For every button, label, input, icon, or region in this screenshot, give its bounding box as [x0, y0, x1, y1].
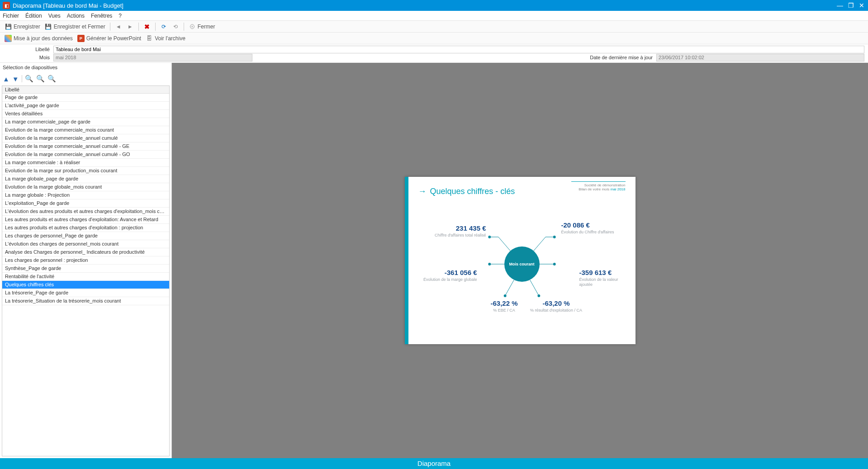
- save-close-button[interactable]: 💾 Enregistrer et Fermer: [43, 22, 107, 31]
- arrow-right-icon: ►: [127, 23, 134, 30]
- slide-row[interactable]: L'activité_page de garde: [2, 102, 169, 110]
- save-close-icon: 💾: [45, 23, 52, 30]
- statusbar-text: Diaporama: [417, 460, 451, 467]
- restore-button[interactable]: ❐: [847, 2, 854, 9]
- save-icon: 💾: [5, 23, 12, 30]
- move-down-button[interactable]: ▼: [12, 75, 19, 83]
- archive-icon: 🗄: [146, 35, 153, 42]
- slide-row[interactable]: Synthèse_Page de garde: [2, 265, 169, 273]
- titlebar: ◧ Diaporama [Tableau de bord Mai - Budge…: [0, 0, 868, 11]
- slide-row[interactable]: La marge globale_page de garde: [2, 175, 169, 183]
- slide-row[interactable]: Evolution de la marge sur production_moi…: [2, 167, 169, 175]
- slide-list[interactable]: Libellé Page de gardeL'activité_page de …: [2, 85, 170, 456]
- slide-subtitle-month: mai 2018: [611, 187, 626, 191]
- minimize-button[interactable]: —: [836, 2, 844, 9]
- slide-row[interactable]: Evolution de la marge globale_mois coura…: [2, 183, 169, 191]
- menu-actions[interactable]: Actions: [67, 13, 85, 19]
- update-data-button[interactable]: Mise à jour des données: [3, 34, 75, 43]
- separator: [138, 23, 139, 31]
- close-icon: ⮾: [189, 23, 196, 30]
- nav-forward-button[interactable]: ►: [125, 22, 136, 31]
- slide-row[interactable]: Les charges de personnel : projection: [2, 256, 169, 265]
- kpi-desc: Évolution de la valeur ajoutée: [579, 277, 629, 287]
- slide-row[interactable]: Evolution de la marge commerciale_mois c…: [2, 126, 169, 134]
- arrow-right-icon: →: [418, 187, 427, 196]
- save-close-label: Enregistrer et Fermer: [54, 24, 105, 30]
- slide-row[interactable]: Evolution de la marge commerciale_annuel…: [2, 151, 169, 159]
- slide-row[interactable]: L'évolution des autres produits et autre…: [2, 208, 169, 216]
- kpi-desc: Évolution de la marge globale: [418, 277, 477, 282]
- x-icon: ✖: [143, 23, 151, 30]
- slide-row[interactable]: La trésorerie_Situation de la trésorerie…: [2, 297, 169, 305]
- libelle-field[interactable]: [53, 46, 864, 53]
- slide-row[interactable]: Page de garde: [2, 94, 169, 102]
- slide-panel-title: Sélection de diapositives: [0, 63, 171, 72]
- slide-panel: Sélection de diapositives ▲ ▼ 🔍 🔍 🔍 Libe…: [0, 63, 172, 458]
- slide-row[interactable]: L'exploitation_Page de garde: [2, 199, 169, 208]
- close-window-button[interactable]: ✕: [858, 2, 865, 9]
- kpi-top-left: 231 435 € Chiffre d'affaires total réali…: [418, 224, 486, 238]
- slide-row[interactable]: La marge commerciale_page de garde: [2, 118, 169, 126]
- generate-ppt-button[interactable]: P Générer le PowerPoint: [76, 34, 143, 43]
- lastupdate-field: [656, 54, 864, 62]
- slide-header-line: [571, 181, 626, 182]
- kpi-diagram: Mois courant 231 435 € Chiffre d'affaire…: [418, 201, 626, 327]
- slide-row[interactable]: Evolution de la marge commerciale_annuel…: [2, 142, 169, 151]
- toolbar-actions: Mise à jour des données P Générer le Pow…: [0, 33, 868, 44]
- close-button[interactable]: ⮾ Fermer: [187, 22, 217, 31]
- menu-fichier[interactable]: Fichier: [3, 13, 19, 19]
- refresh-button[interactable]: ⟳: [158, 22, 169, 31]
- slide-row[interactable]: Les charges de personnel_Page de garde: [2, 232, 169, 240]
- reset-button[interactable]: ⟲: [170, 22, 181, 31]
- svg-line-3: [533, 237, 545, 251]
- slide-row[interactable]: Evolution de la marge commerciale_annuel…: [2, 134, 169, 142]
- mois-label: Mois: [0, 55, 50, 60]
- slide-row[interactable]: La marge commerciale : à réaliser: [2, 159, 169, 167]
- menu-edition[interactable]: Édition: [25, 13, 42, 19]
- kpi-value: -361 056 €: [418, 269, 477, 276]
- slide-company: Société de démonstration: [579, 183, 625, 187]
- separator: [110, 23, 110, 31]
- slide-row[interactable]: Rentabilité de l'activité: [2, 273, 169, 281]
- nav-back-button[interactable]: ◄: [113, 22, 124, 31]
- zoom-button[interactable]: 🔍: [25, 75, 33, 83]
- save-button[interactable]: 💾 Enregistrer: [3, 22, 42, 31]
- app-icon: ◧: [3, 2, 10, 9]
- data-grid-icon: [5, 35, 12, 42]
- slide-row[interactable]: L'évolution des charges de personnel_moi…: [2, 240, 169, 248]
- kpi-value: -359 613 €: [579, 269, 629, 276]
- slide-row[interactable]: Les autres produits et autres charges d'…: [2, 216, 169, 224]
- generate-ppt-label: Générer le PowerPoint: [86, 35, 141, 42]
- zoom-out-button[interactable]: 🔍: [47, 75, 56, 83]
- slide-row[interactable]: Quelques chiffres clés: [2, 281, 169, 289]
- kpi-bottom-right: -63,20 % % résultat d'exploitation / CA: [529, 299, 583, 313]
- svg-point-2: [488, 236, 491, 238]
- slide-row[interactable]: La trésorerie_Page de garde: [2, 289, 169, 297]
- svg-line-10: [505, 280, 514, 296]
- view-archive-button[interactable]: 🗄 Voir l'archive: [144, 34, 187, 43]
- menu-fenetres[interactable]: Fenêtres: [91, 13, 112, 19]
- slide-row[interactable]: Analyse des Charges de personnel_ Indica…: [2, 248, 169, 256]
- svg-point-7: [488, 263, 491, 265]
- menubar: Fichier Édition Vues Actions Fenêtres ?: [0, 11, 868, 21]
- menu-vues[interactable]: Vues: [48, 13, 61, 19]
- menu-help[interactable]: ?: [119, 13, 122, 19]
- slide-row[interactable]: La marge globale : Projection: [2, 191, 169, 199]
- kpi-bottom-left: -63,22 % % EBE / CA: [477, 299, 531, 313]
- slide-subtitle-prefix: Bilan de votre mois: [579, 187, 610, 191]
- lastupdate-label: Date de dernière mise à jour: [590, 55, 653, 60]
- move-up-button[interactable]: ▲: [3, 75, 9, 83]
- close-label: Fermer: [198, 24, 215, 30]
- slide-row[interactable]: Les autres produits et autres charges d'…: [2, 224, 169, 232]
- kpi-desc: Évolution du Chiffre d'affaires: [561, 230, 629, 235]
- kpi-value: 231 435 €: [418, 224, 486, 232]
- svg-point-9: [553, 263, 555, 265]
- zoom-in-button[interactable]: 🔍: [36, 75, 45, 83]
- slide-row[interactable]: Ventes détaillées: [2, 110, 169, 118]
- svg-line-12: [530, 280, 539, 296]
- powerpoint-icon: P: [77, 35, 85, 42]
- delete-button[interactable]: ✖: [142, 22, 152, 31]
- reset-icon: ⟲: [172, 23, 179, 30]
- svg-point-5: [553, 236, 555, 238]
- update-data-label: Mise à jour des données: [14, 35, 73, 42]
